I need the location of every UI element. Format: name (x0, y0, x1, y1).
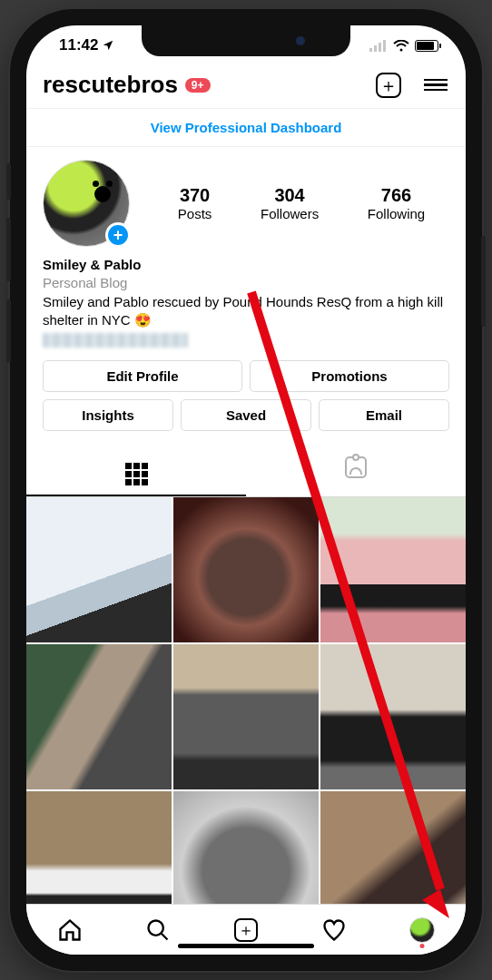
posts-label: Posts (178, 206, 212, 221)
professional-dashboard-link[interactable]: View Professional Dashboard (26, 108, 466, 147)
svg-rect-3 (383, 40, 386, 52)
home-icon (57, 917, 83, 943)
username-dropdown[interactable]: rescutebros 9+ (43, 71, 211, 99)
create-tab[interactable]: ＋ (233, 917, 259, 943)
profile-avatar[interactable]: + (43, 160, 130, 247)
svg-line-6 (162, 933, 168, 939)
paw-icon (94, 186, 111, 202)
photo-thumbnail[interactable] (173, 791, 319, 904)
tagged-tab[interactable] (246, 447, 466, 496)
followers-stat[interactable]: 304 Followers (261, 185, 319, 221)
plus-square-icon: ＋ (234, 918, 258, 942)
create-button[interactable]: ＋ (375, 72, 402, 99)
photo-thumbnail[interactable] (320, 497, 466, 642)
photo-thumbnail[interactable] (320, 791, 466, 904)
bio-link-redacted[interactable] (43, 333, 188, 348)
profile-tab[interactable] (409, 917, 435, 943)
notification-badge: 9+ (185, 78, 211, 93)
photo-grid (26, 497, 466, 904)
following-count: 766 (368, 185, 425, 206)
followers-label: Followers (261, 206, 319, 221)
promotions-button[interactable]: Promotions (250, 360, 449, 392)
notification-dot-icon (419, 944, 424, 948)
account-category: Personal Blog (43, 274, 449, 292)
email-button[interactable]: Email (319, 399, 449, 431)
search-tab[interactable] (145, 917, 171, 943)
status-time: 11:42 (59, 36, 98, 54)
following-label: Following (368, 206, 425, 221)
svg-rect-0 (369, 48, 372, 52)
tagged-icon (345, 456, 367, 478)
photo-thumbnail[interactable] (173, 497, 319, 642)
location-arrow-icon (102, 39, 114, 52)
svg-rect-2 (379, 43, 381, 52)
hamburger-icon (424, 76, 448, 94)
menu-button[interactable] (422, 72, 449, 99)
search-icon (145, 917, 171, 943)
photo-thumbnail[interactable] (26, 644, 172, 789)
photo-thumbnail[interactable] (26, 497, 172, 642)
home-tab[interactable] (57, 917, 83, 943)
add-story-badge[interactable]: + (105, 222, 131, 248)
heart-icon (321, 917, 347, 943)
photo-thumbnail[interactable] (26, 791, 172, 904)
svg-point-5 (149, 920, 163, 935)
battery-icon (415, 40, 438, 52)
username-label: rescutebros (43, 71, 178, 99)
display-name: Smiley & Pablo (43, 256, 449, 274)
photo-thumbnail[interactable] (320, 644, 466, 789)
following-stat[interactable]: 766 Following (368, 185, 425, 221)
edit-profile-button[interactable]: Edit Profile (43, 360, 242, 392)
grid-icon (125, 463, 148, 485)
wifi-icon (393, 40, 409, 52)
insights-button[interactable]: Insights (43, 399, 173, 431)
saved-button[interactable]: Saved (181, 399, 311, 431)
bio-text: Smiley and Pablo rescued by Pound Hounds… (43, 293, 449, 330)
svg-point-4 (400, 48, 403, 51)
posts-stat[interactable]: 370 Posts (178, 185, 212, 221)
plus-square-icon: ＋ (376, 73, 401, 98)
photo-thumbnail[interactable] (173, 644, 319, 789)
svg-rect-1 (374, 45, 377, 52)
posts-count: 370 (178, 185, 212, 206)
profile-avatar-icon (409, 917, 435, 943)
activity-tab[interactable] (321, 917, 347, 943)
grid-tab[interactable] (26, 447, 246, 496)
followers-count: 304 (261, 185, 319, 206)
home-indicator[interactable] (178, 944, 314, 948)
cellular-icon (369, 40, 388, 52)
